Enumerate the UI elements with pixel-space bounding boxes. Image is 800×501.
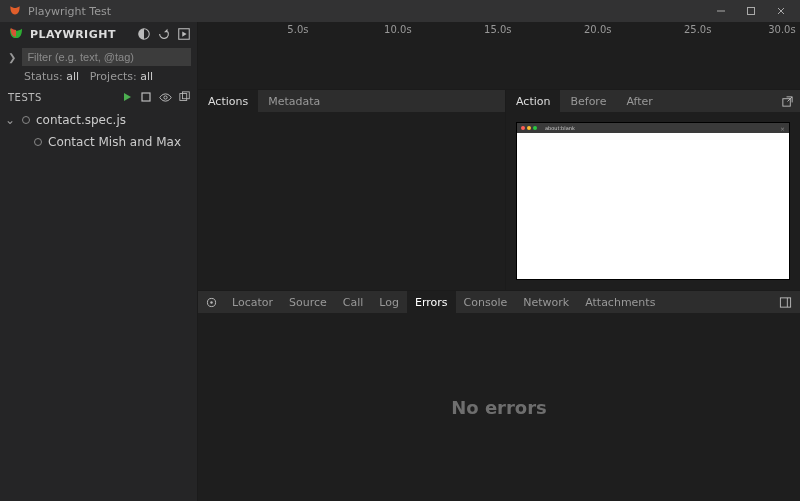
actions-pane: Actions Metadata <box>198 90 506 290</box>
main-area: PLAYWRIGHT ❯ Status: all Projects: all T… <box>0 22 800 501</box>
content-area: 5.0s 10.0s 15.0s 20.0s 25.0s 30.0s Actio… <box>198 22 800 501</box>
svg-point-9 <box>210 301 212 303</box>
collapse-all-icon[interactable] <box>179 91 191 103</box>
svg-rect-5 <box>180 94 187 101</box>
preview-tabs: Action Before After <box>506 90 800 112</box>
preview-pane: Action Before After a <box>506 90 800 290</box>
tab-locator[interactable]: Locator <box>224 291 281 313</box>
window-title: Playwright Test <box>28 5 706 18</box>
actions-body <box>198 112 505 290</box>
svg-point-4 <box>164 95 167 98</box>
tree-test-row[interactable]: Contact Mish and Max <box>0 131 197 153</box>
browser-titlebar: about:blank × <box>517 123 789 133</box>
status-prefix: Status: <box>24 70 63 83</box>
bottom-pane: Locator Source Call Log Errors Console N… <box>198 290 800 501</box>
timeline-tick: 5.0s <box>287 24 308 35</box>
tab-call[interactable]: Call <box>335 291 372 313</box>
stop-icon[interactable] <box>140 91 152 103</box>
reload-icon[interactable] <box>157 27 171 41</box>
popout-icon[interactable] <box>775 90 800 112</box>
preview-body: about:blank × <box>506 112 800 290</box>
svg-rect-3 <box>142 93 150 101</box>
expand-icon[interactable] <box>177 27 191 41</box>
tab-action[interactable]: Action <box>506 90 560 112</box>
browser-viewport <box>517 133 789 279</box>
maximize-button[interactable] <box>736 0 766 22</box>
tab-source[interactable]: Source <box>281 291 335 313</box>
close-button[interactable] <box>766 0 796 22</box>
browser-url: about:blank <box>545 125 575 131</box>
timeline-tick: 10.0s <box>384 24 411 35</box>
mid-row: Actions Metadata Action Before After <box>198 90 800 290</box>
locator-picker-icon[interactable] <box>198 291 224 313</box>
run-all-icon[interactable] <box>121 91 133 103</box>
tab-console[interactable]: Console <box>456 291 516 313</box>
projects-prefix: Projects: <box>90 70 137 83</box>
tree-file-row[interactable]: ⌄ contact.spec.js <box>0 109 197 131</box>
filter-row: ❯ <box>0 46 197 68</box>
status-dot-icon <box>22 116 30 124</box>
status-value[interactable]: all <box>66 70 79 83</box>
status-dot-icon <box>34 138 42 146</box>
tab-metadata[interactable]: Metadata <box>258 90 330 112</box>
sidebar: PLAYWRIGHT ❯ Status: all Projects: all T… <box>0 22 198 501</box>
tab-after[interactable]: After <box>616 90 662 112</box>
sidebar-toggle-icon[interactable] <box>771 291 800 313</box>
watch-icon[interactable] <box>159 91 172 104</box>
sidebar-header: PLAYWRIGHT <box>0 22 197 46</box>
tab-actions[interactable]: Actions <box>198 90 258 112</box>
theme-toggle-icon[interactable] <box>137 27 151 41</box>
timeline[interactable]: 5.0s 10.0s 15.0s 20.0s 25.0s 30.0s <box>198 22 800 90</box>
traffic-light-red <box>521 126 525 130</box>
svg-rect-10 <box>780 297 790 306</box>
browser-preview: about:blank × <box>516 122 790 280</box>
no-errors-message: No errors <box>451 397 547 418</box>
tab-before[interactable]: Before <box>560 90 616 112</box>
tab-attachments[interactable]: Attachments <box>577 291 663 313</box>
chevron-right-icon[interactable]: ❯ <box>6 52 18 63</box>
tree-file-label: contact.spec.js <box>36 113 126 127</box>
filter-input[interactable] <box>22 48 191 66</box>
timeline-tick: 30.0s <box>768 24 795 35</box>
projects-value[interactable]: all <box>140 70 153 83</box>
timeline-tick: 25.0s <box>684 24 711 35</box>
svg-rect-6 <box>182 92 189 99</box>
chevron-down-icon[interactable]: ⌄ <box>4 113 16 127</box>
status-line: Status: all Projects: all <box>0 68 197 87</box>
test-tree: ⌄ contact.spec.js Contact Mish and Max <box>0 107 197 155</box>
tab-log[interactable]: Log <box>371 291 407 313</box>
sidebar-title: PLAYWRIGHT <box>30 28 137 41</box>
svg-rect-0 <box>748 8 755 15</box>
close-icon: × <box>780 125 785 132</box>
tree-test-label: Contact Mish and Max <box>48 135 181 149</box>
minimize-button[interactable] <box>706 0 736 22</box>
bottom-tabs: Locator Source Call Log Errors Console N… <box>198 291 800 313</box>
playwright-app-icon <box>8 4 22 18</box>
timeline-tick: 15.0s <box>484 24 511 35</box>
tab-network[interactable]: Network <box>515 291 577 313</box>
tests-label: TESTS <box>8 92 121 103</box>
traffic-light-green <box>533 126 537 130</box>
bottom-body: No errors <box>198 313 800 501</box>
traffic-light-yellow <box>527 126 531 130</box>
titlebar: Playwright Test <box>0 0 800 22</box>
actions-tabs: Actions Metadata <box>198 90 505 112</box>
window-controls <box>706 0 796 22</box>
tests-header: TESTS <box>0 87 197 107</box>
timeline-tick: 20.0s <box>584 24 611 35</box>
tab-errors[interactable]: Errors <box>407 291 456 313</box>
playwright-logo-icon <box>8 26 24 42</box>
